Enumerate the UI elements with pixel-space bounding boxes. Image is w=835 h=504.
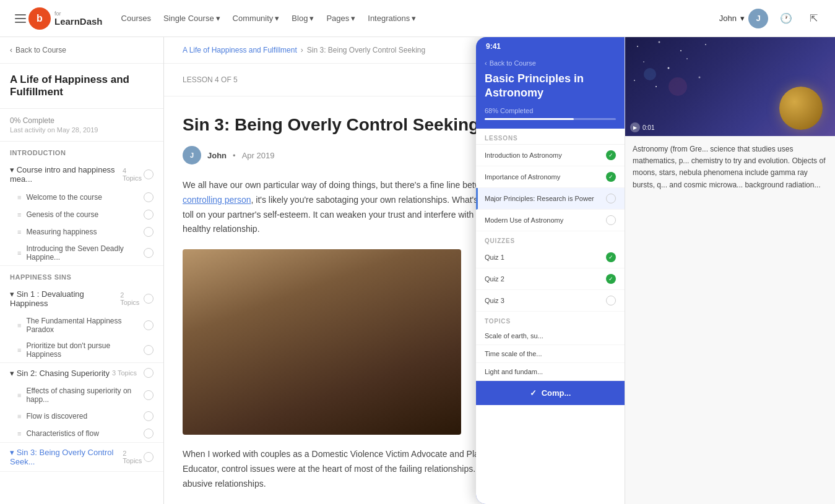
phone-quiz-item[interactable]: Quiz 3: [476, 290, 625, 312]
svg-point-2: [680, 50, 681, 51]
phone-lessons-header: LESSONS: [476, 129, 625, 145]
lesson-date: Apr 2019: [242, 151, 275, 160]
topic-item[interactable]: ≡ Flow is discovered: [0, 408, 163, 425]
avatar: J: [748, 9, 768, 28]
topic-icon: ≡: [17, 194, 21, 201]
done-check-icon: ✓: [606, 172, 616, 182]
lesson-number-label: LESSON 4 OF 5: [183, 75, 238, 84]
phone-lesson-item[interactable]: Introduction to Astronomy ✓: [476, 145, 625, 166]
nav-blog[interactable]: Blog: [292, 14, 314, 23]
topic-check: [144, 345, 154, 355]
svg-point-6: [686, 58, 688, 59]
lesson-image-figure: [183, 249, 461, 435]
user-menu[interactable]: John J: [719, 9, 768, 28]
svg-point-11: [668, 77, 687, 96]
progress-section: 0% Complete Last activity on May 28, 201…: [0, 109, 163, 142]
done-check-icon: ✓: [606, 150, 616, 160]
play-button[interactable]: ▶: [630, 122, 640, 132]
topic-item[interactable]: ≡ Genesis of the course: [0, 206, 163, 223]
sin-group-toggle-3[interactable]: ▾ Sin 3: Being Overly Control Seek... 2 …: [0, 443, 163, 471]
clock-icon[interactable]: 🕐: [777, 9, 795, 28]
topic-check: [144, 320, 154, 330]
video-overlay: ▶ 0:01: [630, 122, 654, 132]
sin-group-toggle-1[interactable]: ▾ Sin 1 : Devaluating Happiness 2 Topics: [0, 284, 163, 313]
intro-section-header: Introduction: [0, 142, 163, 160]
topic-check: [144, 248, 154, 258]
svg-point-10: [644, 68, 656, 80]
phone-lesson-item[interactable]: Modern Use of Astronomy: [476, 210, 625, 231]
phone-quiz-item[interactable]: Quiz 2 ✓: [476, 268, 625, 290]
phone-topic-item[interactable]: Scale of earth, su...: [476, 327, 625, 345]
author-separator: •: [233, 151, 236, 160]
chevron-down-icon: [740, 14, 745, 23]
topic-item[interactable]: ≡ Effects of chasing superiority on happ…: [0, 383, 163, 408]
sin-group-2: ▾ Sin 2: Chasing Superiority 3 Topics ≡ …: [0, 363, 163, 443]
topic-group-toggle[interactable]: ▾ Course intro and happiness mea... 4 To…: [0, 160, 163, 189]
sin-group-3: ▾ Sin 3: Being Overly Control Seek... 2 …: [0, 443, 163, 472]
chevron-down-icon: [309, 14, 314, 23]
phone-topic-item[interactable]: Light and fundam...: [476, 363, 625, 381]
topic-item[interactable]: ≡ Measuring happiness: [0, 223, 163, 241]
phone-topics-header: TOPICS: [476, 312, 625, 327]
topic-check: [144, 390, 154, 400]
logo-text: for LearnDash: [54, 11, 103, 26]
topic-icon: ≡: [17, 211, 21, 218]
topic-item[interactable]: ≡ Characteristics of flow: [0, 425, 163, 442]
nav-integrations[interactable]: Integrations: [368, 14, 416, 23]
svg-point-8: [655, 86, 657, 87]
phone-lesson-item-active[interactable]: Major Principles: Research is Power: [476, 188, 625, 210]
done-check-icon: ✓: [606, 252, 616, 262]
phone-header: ‹ Back to Course Basic Principles in Ast…: [476, 56, 625, 129]
breadcrumb-separator: ›: [301, 46, 303, 54]
hamburger-menu[interactable]: [12, 12, 28, 25]
phone-back-button[interactable]: ‹ Back to Course: [485, 59, 616, 67]
topic-item[interactable]: ≡ The Fundamental Happiness Paradox: [0, 313, 163, 338]
logo-icon: b: [28, 7, 51, 30]
chevron-left-icon: ‹: [10, 46, 12, 54]
complete-button[interactable]: ✓ Comp...: [476, 381, 625, 405]
nav-community[interactable]: Community: [233, 14, 280, 23]
nav-single-course[interactable]: Single Course: [163, 14, 220, 23]
site-logo[interactable]: b for LearnDash: [28, 7, 103, 30]
topic-item[interactable]: ≡ Introducing the Seven Deadly Happine..…: [0, 241, 163, 265]
phone-topic-item[interactable]: Time scale of the...: [476, 345, 625, 363]
svg-point-5: [668, 67, 670, 69]
topic-icon: ≡: [17, 228, 21, 236]
sins-section-header: HAPPINESS SINS: [0, 266, 163, 284]
phone-quiz-item[interactable]: Quiz 1 ✓: [476, 247, 625, 268]
nav-pages[interactable]: Pages: [326, 14, 355, 23]
topic-check: [144, 192, 154, 202]
svg-point-9: [699, 77, 701, 79]
sin-group-toggle-2[interactable]: ▾ Sin 2: Chasing Superiority 3 Topics: [0, 363, 163, 383]
group-check: [144, 169, 154, 179]
side-panel: ≡: [625, 37, 835, 504]
topic-check: [144, 429, 154, 438]
sin-group-1: ▾ Sin 1 : Devaluating Happiness 2 Topics…: [0, 284, 163, 363]
breadcrumb-course-link[interactable]: A Life of Happiness and Fulfillment: [183, 46, 297, 54]
video-time: 0:01: [642, 124, 654, 131]
svg-point-7: [634, 80, 635, 81]
done-check-icon: ✓: [606, 274, 616, 284]
author-avatar: J: [183, 146, 201, 164]
fullscreen-icon[interactable]: ⇱: [804, 9, 823, 28]
phone-progress-bar: [485, 118, 616, 120]
topic-check: [144, 411, 154, 421]
topic-icon: ≡: [17, 322, 21, 329]
nav-right: John J 🕐 ⇱: [719, 9, 823, 28]
topic-icon: ≡: [17, 391, 21, 399]
svg-point-3: [705, 44, 706, 45]
phone-lesson-item[interactable]: Importance of Astronomy ✓: [476, 166, 625, 188]
nav-courses[interactable]: Courses: [121, 14, 151, 23]
lesson-image: [183, 249, 461, 435]
topic-item[interactable]: ≡ Prioritize but don't pursue Happiness: [0, 338, 163, 362]
topic-item[interactable]: ≡ Welcome to the course: [0, 189, 163, 206]
phone-progress-text: 68% Completed: [485, 107, 616, 114]
group-check: [144, 452, 154, 462]
panel-description: Astronomy (from Gre... science that stud…: [625, 136, 835, 199]
group-check: [144, 368, 154, 378]
phone-progress-fill: [485, 118, 574, 120]
phone-overlay: 9:41 ‹ Back to Course Basic Principles i…: [476, 37, 835, 504]
back-to-course[interactable]: ‹ Back to Course: [0, 37, 163, 64]
nav-links: Courses Single Course Community Blog Pag…: [121, 14, 417, 23]
topic-check: [144, 227, 154, 237]
